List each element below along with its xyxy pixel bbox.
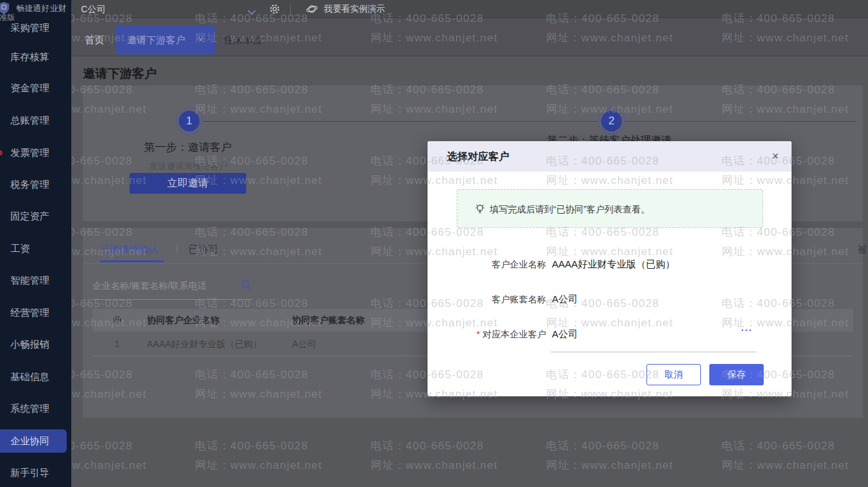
field-label: *对应本企业客户 [453, 327, 546, 341]
step2-number: 2 [601, 111, 622, 131]
lightbulb-icon [474, 203, 486, 218]
column-header-account: 协同客户账套名称 [292, 309, 365, 332]
search-icon[interactable] [241, 280, 253, 294]
cancel-button[interactable]: 取消 [646, 364, 701, 385]
tab-invited-pending[interactable]: 已邀请待确认 [100, 244, 158, 256]
step-connector-line [626, 121, 856, 122]
tab-home[interactable]: 首页 [85, 26, 104, 54]
tab-collaborated[interactable]: 已协同 [188, 244, 218, 256]
topbar-divider [290, 4, 291, 14]
field-value: AAAA好业财专业版（已购） [552, 257, 675, 271]
topbar: C公司 我要看实例演示 [71, 0, 868, 18]
invite-now-button[interactable]: 立即邀请 [130, 173, 246, 194]
modal-title: 选择对应客户 [447, 141, 509, 172]
sidebar-item-4[interactable]: 总账管理 [0, 113, 67, 128]
sidebar-item-9[interactable]: 智能管理 [0, 273, 67, 288]
sidebar-item-12[interactable]: 基础信息 [0, 370, 67, 384]
close-icon[interactable]: × [766, 141, 785, 172]
sidebar-item-13[interactable]: 系统管理 [0, 402, 67, 416]
brand-name: 畅捷通好业财 [16, 3, 67, 14]
step1-number: 1 [179, 111, 200, 131]
tab-divider [177, 245, 177, 255]
active-tab-underline [100, 260, 165, 262]
select-customer-modal: 选择对应客户 × 填写完成后请到“已协同”客户列表查看。 客户企业名称 AAAA… [428, 141, 792, 396]
sidebar-item-8[interactable]: 工资 [0, 242, 67, 256]
search-underline [93, 299, 253, 300]
tab-counterparties[interactable]: 往来单位× [223, 26, 275, 54]
sidebar-item-5[interactable]: 发票管理 [0, 146, 67, 160]
settings-gear-icon[interactable] [269, 4, 280, 17]
field-label-text: 对应本企业客户 [483, 329, 546, 339]
chevron-down-icon[interactable] [247, 6, 256, 18]
step-connector-line [203, 121, 597, 122]
sidebar-item-11[interactable]: 小畅报销 [0, 337, 67, 352]
sidebar-item-10[interactable]: 经营管理 [0, 306, 67, 320]
notification-dot [0, 150, 3, 155]
company-select[interactable]: C公司 [81, 0, 106, 18]
sidebar: 畅捷通好业财 标准版 采购管理库存核算资金管理总账管理发票管理税务管理固定资产工… [0, 0, 71, 487]
modal-header: 选择对应客户 × [428, 141, 792, 172]
sidebar-item-1[interactable]: 采购管理 [0, 21, 67, 35]
sidebar-item-15[interactable]: 新手引导 [0, 466, 67, 480]
demo-link[interactable]: 我要看实例演示 [324, 0, 385, 18]
tab-bar: 首页 邀请下游客户 × 往来单位× [71, 18, 868, 56]
mapped-customer-input[interactable]: A公司 [552, 327, 578, 341]
sidebar-item-14[interactable]: 企业协同 [0, 429, 67, 453]
step2-circle: 2 [598, 108, 625, 135]
field-value: A公司 [552, 292, 578, 306]
tab-label: 往来单位 [223, 34, 262, 45]
column-header-company: 协同客户企业名称 [147, 309, 220, 332]
tab-label: 邀请下游客户 [127, 26, 185, 54]
tip-text: 填写完成后请到“已协同”客户列表查看。 [490, 190, 650, 229]
sidebar-item-6[interactable]: 税务管理 [0, 177, 67, 192]
required-asterisk: * [477, 329, 480, 339]
save-button[interactable]: 保存 [709, 364, 764, 385]
tab-invite-downstream-active[interactable]: 邀请下游客户 × [115, 26, 215, 54]
field-label: 客户账套名称 [453, 292, 546, 306]
field-label: 客户企业名称 [453, 257, 546, 271]
sidebar-item-2[interactable]: 库存核算 [0, 50, 67, 64]
planet-demo-icon[interactable] [306, 3, 318, 17]
sidebar-item-3[interactable]: 资金管理 [0, 81, 67, 95]
row-number: 1 [111, 332, 124, 356]
close-tab-icon[interactable]: × [270, 36, 275, 45]
field-customer-company: 客户企业名称 AAAA好业财专业版（已购） [428, 257, 792, 271]
ellipsis-picker-button[interactable]: ··· [741, 324, 753, 335]
input-underline [551, 352, 757, 352]
column-settings-gear-icon[interactable] [112, 315, 122, 328]
field-customer-account: 客户账套名称 A公司 [428, 292, 792, 306]
app-window: 畅捷通好业财 标准版 采购管理库存核算资金管理总账管理发票管理税务管理固定资产工… [0, 0, 868, 487]
step1-circle: 1 [176, 108, 203, 135]
page-title: 邀请下游客户 [83, 65, 157, 82]
sidebar-item-7[interactable]: 固定资产 [0, 209, 67, 223]
clipped-right-text: 被 [858, 244, 867, 256]
step1-description: 发送邀请海报给客户 [149, 161, 228, 172]
close-tab-icon[interactable]: × [198, 26, 203, 54]
field-mapped-customer: *对应本企业客户 A公司 [428, 327, 792, 341]
row-company: AAAA好业财专业版（已购） [147, 332, 262, 356]
step1-title: 第一步：邀请客户 [144, 140, 232, 155]
search-input[interactable] [93, 278, 238, 293]
row-account: A公司 [292, 332, 316, 356]
tip-box: 填写完成后请到“已协同”客户列表查看。 [457, 189, 763, 228]
